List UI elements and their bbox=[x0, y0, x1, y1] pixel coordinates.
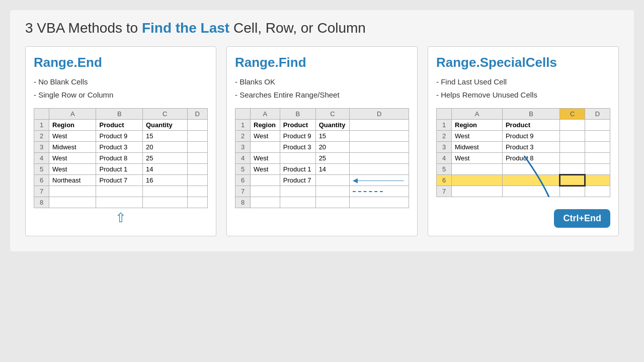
title-prefix: 3 VBA Methods to bbox=[25, 20, 142, 36]
dotted-arrow-row7 bbox=[353, 191, 383, 192]
panel3-desc-line2: - Helps Remove Unused Cells bbox=[436, 88, 610, 102]
selected-cell bbox=[560, 175, 585, 186]
ctrl-end-badge: Ctrl+End bbox=[554, 209, 610, 228]
panel-range-specialcells: Range.SpecialCells - Find Last Used Cell… bbox=[428, 46, 619, 236]
title-highlight: Find the Last bbox=[142, 20, 229, 36]
panel1-title: Range.End bbox=[34, 55, 208, 70]
table-row: 1 Region Product Quantity bbox=[34, 120, 208, 131]
table-row: 7 bbox=[34, 186, 208, 197]
panel1-desc-line1: - No Blank Cells bbox=[34, 75, 208, 88]
panel2-table-wrapper: A B C D 1 Region Product Quantity bbox=[235, 108, 409, 208]
table-row: 8 bbox=[34, 197, 208, 208]
panel3-desc-line1: - Find Last Used Cell bbox=[436, 75, 610, 88]
panel3-title: Range.SpecialCells bbox=[436, 55, 610, 70]
table-row: 8 bbox=[235, 197, 409, 208]
table-row: 2 West Product 9 15 bbox=[235, 131, 409, 142]
table-row: 3 Product 3 20 bbox=[235, 142, 409, 153]
panel1-table: A B C D 1 Region Product Quantity bbox=[34, 108, 208, 208]
table-row: 1 Region Product bbox=[437, 120, 610, 131]
title-suffix: Cell, Row, or Column bbox=[229, 20, 366, 36]
panel2-desc: - Blanks OK - Searches Entire Range/Shee… bbox=[235, 75, 409, 101]
table-row: 6 Product 7 ◀——————— bbox=[235, 175, 409, 186]
panel2-title: Range.Find bbox=[235, 55, 409, 70]
table-row-highlighted: 6 bbox=[437, 175, 610, 186]
panel-range-end: Range.End - No Blank Cells - Single Row … bbox=[25, 46, 216, 236]
table-row: 6 Northeast Product 7 16 bbox=[34, 175, 208, 186]
panel2-table: A B C D 1 Region Product Quantity bbox=[235, 108, 409, 208]
page-title: 3 VBA Methods to Find the Last Cell, Row… bbox=[25, 20, 619, 36]
main-container: 3 VBA Methods to Find the Last Cell, Row… bbox=[10, 10, 634, 251]
panel2-desc-line1: - Blanks OK bbox=[235, 75, 409, 88]
table-row: 4 West 25 bbox=[235, 153, 409, 164]
table-row: 5 West Product 1 14 bbox=[34, 164, 208, 175]
table-row: 1 Region Product Quantity bbox=[235, 120, 409, 131]
table-row: 4 West Product 8 bbox=[437, 153, 610, 164]
table-row: 5 bbox=[437, 164, 610, 175]
panel2-desc-line2: - Searches Entire Range/Sheet bbox=[235, 88, 409, 102]
table-row: 2 West Product 9 bbox=[437, 131, 610, 142]
up-arrow-icon: ⇧ bbox=[34, 208, 208, 228]
table-row: 5 West Product 1 14 bbox=[235, 164, 409, 175]
panels-container: Range.End - No Blank Cells - Single Row … bbox=[25, 46, 619, 236]
table-row: 3 Midwest Product 3 bbox=[437, 142, 610, 153]
panel1-desc-line2: - Single Row or Column bbox=[34, 88, 208, 102]
panel1-desc: - No Blank Cells - Single Row or Column bbox=[34, 75, 208, 101]
panel-range-find: Range.Find - Blanks OK - Searches Entire… bbox=[226, 46, 418, 236]
table-row: 2 West Product 9 15 bbox=[34, 131, 208, 142]
arrow-icon-row6: ◀——————— bbox=[353, 176, 404, 184]
panel3-desc: - Find Last Used Cell - Helps Remove Unu… bbox=[436, 75, 610, 101]
table-row: 7 bbox=[235, 186, 409, 197]
table-row: 7 bbox=[437, 186, 610, 197]
panel3-table-wrapper: A B C D 1 Region Product bbox=[436, 108, 610, 197]
panel3-table: A B C D 1 Region Product bbox=[436, 108, 610, 197]
table-row: 4 West Product 8 25 bbox=[34, 153, 208, 164]
table-row: 3 Midwest Product 3 20 bbox=[34, 142, 208, 153]
